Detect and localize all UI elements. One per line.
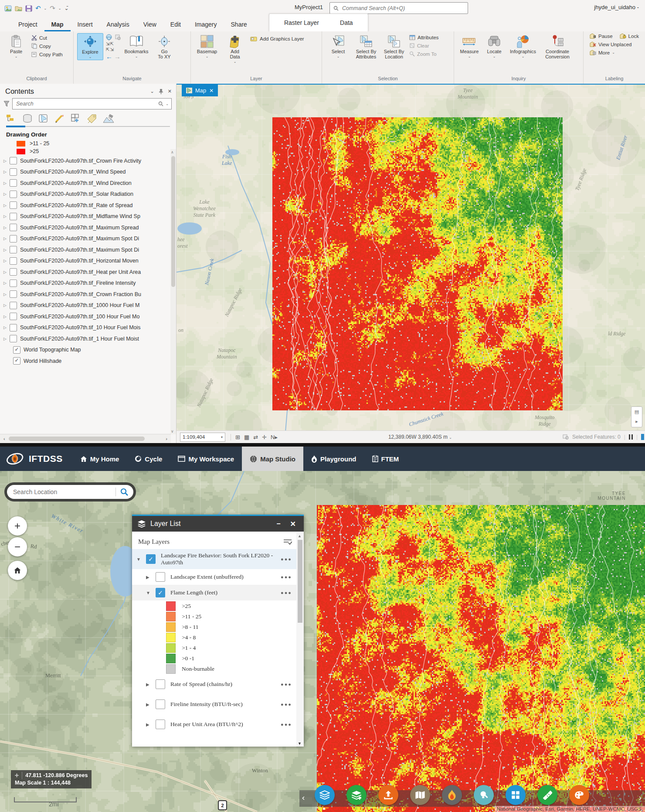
layer-checkbox[interactable] [10,246,17,253]
command-search[interactable] [329,2,468,14]
layer-row[interactable]: ▷SouthForkLF2020-Auto97th.tif_1000 Hour … [0,300,176,311]
nav-cycle[interactable]: Cycle [127,447,170,471]
layer-row[interactable]: ▷SouthForkLF2020-Auto97th.tif_10 Hour Fu… [0,322,176,334]
bookmarks-button[interactable]: Bookmarks ⌄ [124,33,149,59]
layer-row[interactable]: ▶ Rate of Spread (chains/hr) ●●● [132,676,296,692]
layer-menu-icon[interactable]: ●●● [281,682,292,687]
home-extent-button[interactable] [8,561,27,580]
layer-checkbox[interactable] [10,235,17,242]
layer-checkbox[interactable] [156,699,165,709]
copy-path-button[interactable]: Copy Path [31,51,63,57]
expand-arrow-icon[interactable]: ▷ [3,292,10,297]
map-side-buttons[interactable]: ▤▸ [631,406,642,427]
location-search-input[interactable] [12,488,111,496]
layer-menu-icon[interactable]: ●●● [281,590,292,595]
scale-dropdown[interactable]: 1:109,404▾ [180,433,225,442]
layer-checkbox[interactable] [156,720,165,729]
lock-labeling-button[interactable]: Lock [620,33,639,39]
layer-row[interactable]: ▷SouthForkLF2020-Auto97th.tif_Heat per U… [0,266,176,278]
tab-share[interactable]: Share [224,18,254,31]
nav-playground[interactable]: Playground [303,447,364,471]
layer-checkbox[interactable] [10,213,17,220]
contents-search-input[interactable] [15,100,156,107]
full-extent-icon[interactable] [106,34,112,41]
layer-row[interactable]: ▷SouthForkLF2020-Auto97th.tif_100 Hour F… [0,311,176,322]
draw-style-button[interactable] [569,785,589,805]
explore-button[interactable]: Explore ⌄ [77,33,103,60]
layer-row[interactable]: ▶ Fireline Intensity (BTU/ft-sec) ●●● [132,696,296,712]
toolbar-next-icon[interactable]: › [639,793,642,802]
copy-button[interactable]: Copy [31,43,63,49]
layer-checkbox[interactable] [10,201,17,209]
panel-menu-icon[interactable]: ⌄ [150,89,154,94]
expand-caret-icon[interactable]: ▶ [146,682,156,687]
expand-arrow-icon[interactable]: ▷ [3,314,10,319]
layer-row[interactable]: ▷SouthForkLF2020-Auto97th.tif_Midflame W… [0,211,176,222]
collapse-caret-icon[interactable]: ▼ [136,557,146,562]
layer-checkbox[interactable] [10,179,17,187]
toolbar-prev-icon[interactable]: ‹ [302,793,305,802]
list-by-snapping-icon[interactable] [71,114,81,123]
close-tab-icon[interactable]: ✕ [209,88,214,94]
new-project-icon[interactable] [4,5,12,12]
layer-row[interactable]: ▼ ✓ Flame Length (feet) ●●● [132,585,296,600]
basemap-button[interactable] [410,785,430,805]
zoom-out-button[interactable]: − [8,537,27,556]
tab-insert[interactable]: Insert [71,18,100,31]
zoom-to-button[interactable]: Zoom To [409,51,439,57]
layer-row[interactable]: ▷SouthForkLF2020-Auto97th.tif_Crown Fire… [0,155,176,167]
layer-row[interactable]: ▷SouthForkLF2020-Auto97th.tif_Wind Direc… [0,177,176,189]
location-search[interactable] [4,482,136,502]
expand-caret-icon[interactable]: ▶ [146,575,156,580]
apps-button[interactable] [506,785,526,805]
expand-arrow-icon[interactable]: ▷ [3,170,10,174]
toggle-all-layers-icon[interactable] [283,539,292,546]
undo-caret-icon[interactable]: ⌄ [44,7,47,10]
expand-arrow-icon[interactable]: ▷ [3,337,10,341]
add-data-button[interactable]: Add Data ⌄ [222,33,248,65]
list-by-source-icon[interactable] [22,114,33,123]
layer-menu-icon[interactable]: ●●● [281,722,292,727]
paste-button[interactable]: Paste ⌄ [3,33,29,59]
expand-arrow-icon[interactable]: ▷ [3,203,10,208]
tab-edit[interactable]: Edit [163,18,188,31]
layer-row[interactable]: ▷SouthForkLF2020-Auto97th.tif_Solar Radi… [0,189,176,200]
layer-checkbox[interactable] [10,268,17,276]
raster-grid-icon[interactable]: ▦ [244,434,249,440]
layer-row[interactable]: ▷SouthForkLF2020-Auto97th.tif_1 Hour Fue… [0,333,176,345]
layer-row[interactable]: ▷SouthForkLF2020-Auto97th.tif_Rate of Sp… [0,200,176,211]
expand-arrow-icon[interactable]: ▷ [3,303,10,307]
select-by-attributes-button[interactable]: Select By Attributes [353,33,379,59]
scroll-down-icon[interactable]: ∨ [171,429,174,433]
layer-row[interactable]: ▷SouthForkLF2020-Auto97th.tif_Maximum Sp… [0,233,176,245]
scroll-left-icon[interactable]: ‹ [0,436,9,441]
expand-arrow-icon[interactable]: ▷ [3,192,10,196]
flame-length-raster-canvas[interactable] [317,505,645,812]
expand-arrow-icon[interactable]: ▷ [3,181,10,185]
add-layers-button[interactable] [346,785,367,805]
layer-checkbox[interactable] [10,224,17,231]
select-button[interactable]: Select ⌄ [326,33,351,59]
scroll-down-icon[interactable]: ▼ [298,741,302,746]
list-by-drawing-order-icon[interactable] [6,114,17,123]
measure-button[interactable] [537,785,557,805]
layer-list-scrollbar[interactable]: ▲ ▼ [296,533,304,747]
layer-row[interactable]: ▷SouthForkLF2020-Auto97th.tif_Wind Speed [0,167,176,178]
layer-checkbox-checked[interactable]: ✓ [146,554,156,564]
expand-caret-icon[interactable]: ▶ [146,722,156,727]
layer-row[interactable]: ▶ Landscape Extent (unbuffered) ●●● [132,569,296,585]
idea-notes-button[interactable] [474,785,494,805]
minimize-icon[interactable]: – [274,520,283,528]
tab-analysis[interactable]: Analysis [100,18,136,31]
close-icon[interactable]: ✕ [288,520,299,528]
scroll-right-icon[interactable]: › [162,436,171,441]
layer-checkbox[interactable] [10,168,17,176]
layer-checkbox[interactable] [10,191,17,198]
layer-list-button[interactable] [315,785,335,805]
iftdss-map[interactable]: White River Merritt Winton TYEE MOUNTAIN… [0,471,645,812]
view-unplaced-button[interactable]: View Unplaced [590,41,632,47]
fixed-zoom-in-icon[interactable]: ⇲⇱ [106,41,114,46]
layer-row[interactable]: ▷SouthForkLF2020-Auto97th.tif_Horizontal… [0,256,176,267]
layer-checkbox-checked[interactable]: ✓ [13,346,20,354]
contents-vertical-scrollbar[interactable]: ∧∨ [170,149,176,434]
